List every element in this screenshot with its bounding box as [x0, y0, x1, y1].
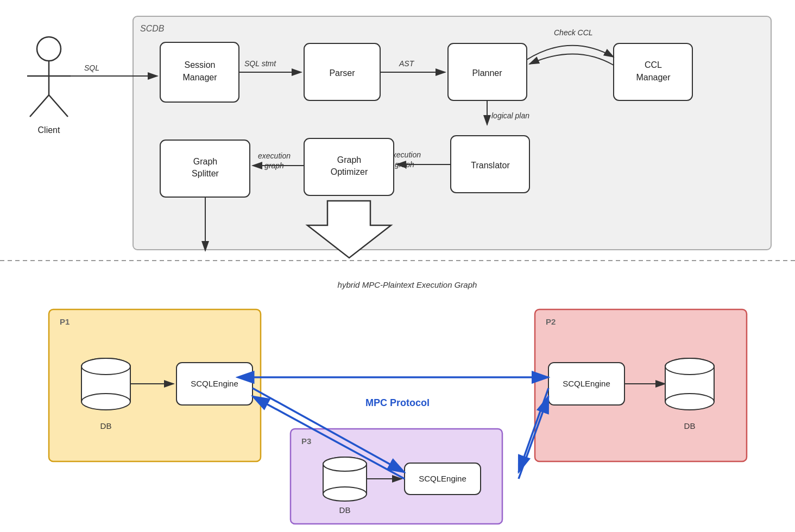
ccl-manager-label1: CCL	[645, 60, 662, 69]
p1-engine-label: SCQLEngine	[191, 379, 238, 388]
graph-splitter-label2: Splitter	[192, 169, 219, 178]
exec-graph2-label1: execution	[258, 151, 291, 160]
exec-graph2-label2: graph	[264, 161, 284, 170]
client-label: Client	[38, 125, 60, 135]
mpc-protocol-label: MPC Protocol	[365, 397, 430, 408]
p2-db-top	[665, 358, 714, 375]
p3-db-label: DB	[339, 505, 351, 515]
diagram-container: SCDB Client SQL Session Manager SQL stmt…	[0, 0, 795, 532]
translator-label: Translator	[471, 161, 510, 170]
ccl-manager-box	[614, 43, 692, 100]
p1-db-top2	[81, 358, 130, 375]
sql-label: SQL	[84, 64, 99, 72]
stick-head	[37, 37, 61, 61]
check-ccl-label: Check CCL	[554, 28, 593, 37]
ast-label: AST	[399, 59, 415, 68]
planner-label: Planner	[472, 68, 502, 78]
logical-plan-label: logical plan	[491, 111, 529, 120]
graph-optimizer-label2: Optimizer	[331, 167, 368, 176]
p3-label: P3	[301, 436, 311, 446]
graph-optimizer-label1: Graph	[337, 155, 361, 164]
ccl-manager-label2: Manager	[636, 73, 671, 82]
stick-left-leg	[30, 95, 49, 117]
p3-db-top	[323, 457, 367, 471]
p1-db-bottom	[81, 394, 130, 410]
session-manager-label1: Session	[185, 60, 216, 69]
exec-graph1-label2: graph	[395, 160, 414, 169]
p2-db-label: DB	[684, 421, 696, 430]
parser-label: Parser	[329, 68, 355, 78]
scdb-label: SCDB	[140, 24, 165, 33]
graph-splitter-label1: Graph	[193, 157, 217, 166]
hybrid-label: hybrid MPC-Plaintext Execution Graph	[338, 280, 477, 289]
stick-right-leg	[49, 95, 68, 117]
p2-db-bottom	[665, 394, 714, 410]
p1-db-label: DB	[100, 421, 112, 430]
p1-label: P1	[60, 317, 70, 326]
p2-engine-label: SCQLEngine	[563, 379, 610, 388]
session-manager-label2: Manager	[182, 73, 217, 82]
p3-engine-label: SCQLEngine	[419, 474, 466, 483]
diagram-svg: SCDB Client SQL Session Manager SQL stmt…	[0, 0, 795, 532]
p2-label: P2	[546, 317, 556, 326]
sql-stmt-label: SQL stmt	[244, 59, 276, 68]
session-manager-box	[160, 42, 239, 102]
p3-db-bottom	[323, 487, 367, 501]
